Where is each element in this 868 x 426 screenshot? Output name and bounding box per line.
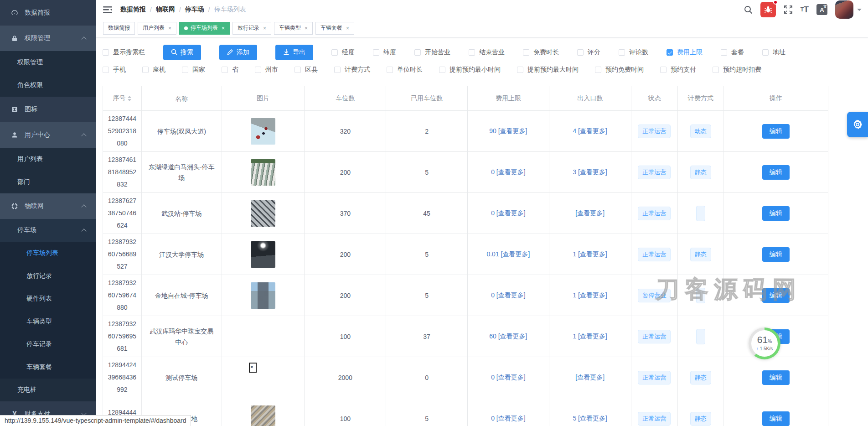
tab-item[interactable]: 车辆套餐× xyxy=(315,22,354,35)
add-button[interactable]: 添加 xyxy=(219,45,257,60)
sidebar-item[interactable]: 硬件列表 xyxy=(0,287,96,310)
checkbox-icon[interactable] xyxy=(387,67,393,73)
checkbox-icon[interactable] xyxy=(713,67,719,73)
filter-checkbox[interactable]: 区县 xyxy=(294,66,318,74)
filter-checkbox[interactable]: 预约超时扣费 xyxy=(713,66,761,74)
checkbox-icon[interactable] xyxy=(255,67,261,73)
filter-checkbox[interactable]: 套餐 xyxy=(721,48,744,57)
close-icon[interactable]: × xyxy=(168,25,171,31)
tab-item[interactable]: 车辆类型× xyxy=(274,22,313,35)
checkbox-icon[interactable] xyxy=(517,67,523,73)
checkbox-icon[interactable] xyxy=(294,67,301,73)
cell-fee-limit view-more-link[interactable]: 0 [查看更多] xyxy=(468,398,549,426)
edit-button[interactable]: 编辑 xyxy=(762,206,790,221)
checkbox-icon[interactable] xyxy=(523,49,529,56)
language-icon[interactable]: A文 xyxy=(816,4,827,15)
settings-gear-button[interactable] xyxy=(847,112,868,137)
sort-carets-icon[interactable] xyxy=(128,96,131,101)
filter-checkbox[interactable]: 预约支付 xyxy=(660,66,696,74)
checkbox-icon[interactable] xyxy=(222,67,228,73)
checkbox-icon[interactable] xyxy=(469,49,475,56)
sidebar-item[interactable]: 角色权限 xyxy=(0,74,96,97)
edit-button[interactable]: 编辑 xyxy=(762,124,790,139)
error-log-button[interactable] xyxy=(760,2,776,17)
tab-item[interactable]: 用户列表× xyxy=(138,22,176,35)
sidebar-item[interactable]: 数据简报 xyxy=(0,0,96,26)
checkbox-icon[interactable] xyxy=(439,67,445,73)
close-icon[interactable]: × xyxy=(346,25,349,31)
edit-button[interactable]: 编辑 xyxy=(762,288,790,303)
sidebar-item[interactable]: 停车场 xyxy=(0,219,96,242)
cell-gates view-more-link[interactable]: [查看更多] xyxy=(549,357,631,398)
filter-checkbox[interactable]: 计费方式 xyxy=(334,66,370,74)
sidebar-item[interactable]: 车辆套餐 xyxy=(0,356,96,379)
export-button[interactable]: 导出 xyxy=(275,45,313,60)
checkbox-icon[interactable] xyxy=(373,49,379,56)
checkbox-icon[interactable] xyxy=(666,49,673,56)
tab-item[interactable]: 停车场列表× xyxy=(179,22,230,35)
sidebar-item[interactable]: 车辆类型 xyxy=(0,310,96,333)
sidebar-item[interactable]: 图标 xyxy=(0,97,96,122)
cell-fee-limit view-more-link[interactable]: 0 [查看更多] xyxy=(468,193,549,234)
filter-checkbox[interactable]: 评分 xyxy=(577,48,600,57)
checkbox-icon[interactable] xyxy=(103,67,109,73)
cell-gates view-more-link[interactable]: 4 [查看更多] xyxy=(549,111,631,151)
filter-checkbox[interactable]: 免费时长 xyxy=(523,48,559,57)
avatar[interactable] xyxy=(835,0,853,19)
filter-checkbox[interactable]: 评论数 xyxy=(619,48,648,57)
sidebar-item[interactable]: 权限管理 xyxy=(0,51,96,74)
sidebar-item[interactable]: 物联网 xyxy=(0,193,96,219)
filter-checkbox[interactable]: 手机 xyxy=(103,66,126,74)
cell-fee-limit view-more-link[interactable]: 0 [查看更多] xyxy=(468,357,549,398)
checkbox-icon[interactable] xyxy=(182,67,188,73)
cell-gates view-more-link[interactable]: 3 [查看更多] xyxy=(549,152,631,192)
column-header[interactable]: 序号 xyxy=(103,86,142,110)
cell-gates view-more-link[interactable]: 5 [查看更多] xyxy=(549,398,631,426)
checkbox-icon[interactable] xyxy=(595,67,601,73)
sidebar-item[interactable]: 用户中心 xyxy=(0,122,96,148)
checkbox-icon[interactable] xyxy=(414,49,421,56)
close-icon[interactable]: × xyxy=(305,25,308,31)
sidebar-item[interactable]: 充电桩 xyxy=(0,379,96,401)
cell-fee-limit view-more-link[interactable]: 0.01 [查看更多] xyxy=(468,234,549,275)
checkbox-icon[interactable] xyxy=(577,49,584,56)
cell-fee-limit view-more-link[interactable]: 90 [查看更多] xyxy=(468,111,549,151)
font-size-icon[interactable]: TT xyxy=(801,5,809,15)
close-icon[interactable]: × xyxy=(222,25,225,31)
filter-checkbox[interactable]: 国家 xyxy=(182,66,205,74)
breadcrumb-item[interactable]: 停车场 xyxy=(185,5,204,14)
close-icon[interactable]: × xyxy=(263,25,266,31)
hamburger-icon[interactable] xyxy=(103,5,112,14)
breadcrumb-item[interactable]: 数据简报 xyxy=(120,5,146,14)
cell-fee-limit view-more-link[interactable]: 0 [查看更多] xyxy=(468,152,549,192)
filter-checkbox[interactable]: 提前预约最小时间 xyxy=(439,66,501,74)
filter-checkbox[interactable]: 显示搜索栏 xyxy=(103,48,145,57)
checkbox-icon[interactable] xyxy=(762,49,769,56)
checkbox-icon[interactable] xyxy=(331,49,338,56)
cell-gates view-more-link[interactable]: 1 [查看更多] xyxy=(549,275,631,316)
filter-checkbox[interactable]: 费用上限 xyxy=(666,48,703,57)
edit-button[interactable]: 编辑 xyxy=(762,370,790,385)
filter-checkbox[interactable]: 开始营业 xyxy=(414,48,450,57)
cell-fee-limit view-more-link[interactable]: 0 [查看更多] xyxy=(468,275,549,316)
fullscreen-icon[interactable] xyxy=(784,5,793,14)
checkbox-icon[interactable] xyxy=(721,49,727,56)
sidebar-item[interactable]: 放行记录 xyxy=(0,265,96,287)
filter-checkbox[interactable]: 提前预约最大时间 xyxy=(517,66,579,74)
edit-button[interactable]: 编辑 xyxy=(762,165,790,180)
filter-checkbox[interactable]: 省 xyxy=(222,66,238,74)
sidebar-item[interactable]: 部门 xyxy=(0,171,96,193)
filter-checkbox[interactable]: 座机 xyxy=(142,66,165,74)
search-button[interactable]: 搜索 xyxy=(163,45,201,60)
filter-checkbox[interactable]: 结束营业 xyxy=(469,48,505,57)
edit-button[interactable]: 编辑 xyxy=(762,247,790,262)
filter-checkbox[interactable]: 地址 xyxy=(762,48,785,57)
filter-checkbox[interactable]: 纬度 xyxy=(373,48,396,57)
checkbox-icon[interactable] xyxy=(660,67,666,73)
cell-gates view-more-link[interactable]: 1 [查看更多] xyxy=(549,316,631,357)
breadcrumb-item[interactable]: 物联网 xyxy=(156,5,175,14)
cell-fee-limit view-more-link[interactable]: 60 [查看更多] xyxy=(468,316,549,357)
checkbox-icon[interactable] xyxy=(619,49,625,56)
sidebar-item[interactable]: 用户列表 xyxy=(0,148,96,171)
filter-checkbox[interactable]: 经度 xyxy=(331,48,355,57)
